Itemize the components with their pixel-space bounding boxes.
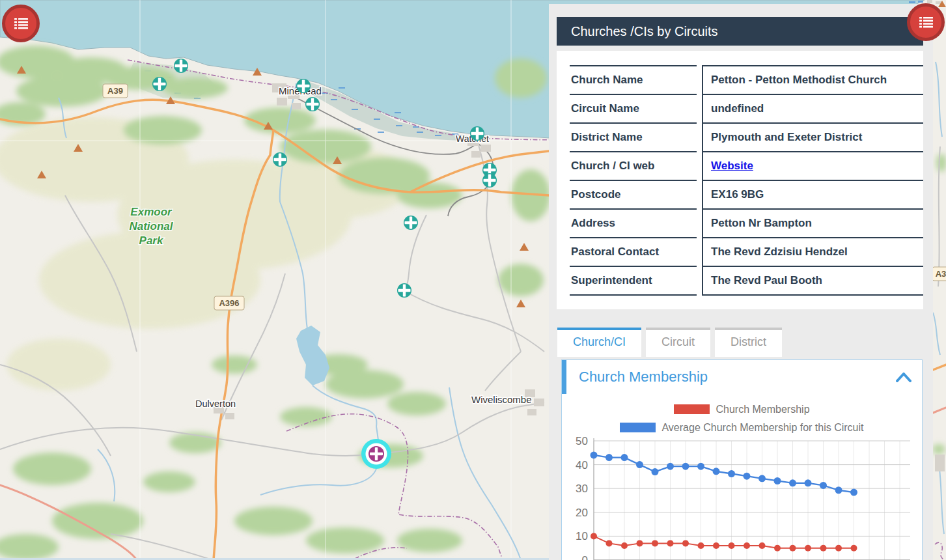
road-shield-a39: A39 [107,86,123,96]
church-marker[interactable] [470,126,484,141]
church-marker[interactable] [404,216,418,230]
legend-label: Church Membership [716,404,809,415]
svg-text:Park: Park [139,234,164,247]
legend-swatch-church-membership [674,404,710,414]
map-label-wiveliscombe: Wiveliscombe [471,394,532,405]
detail-value: Plymouth and Exeter District [702,124,923,152]
detail-label: Church / CI web [570,152,697,181]
church-marker[interactable] [174,59,188,73]
map-label-dulverton: Dulverton [195,399,236,409]
details-table: Church NamePetton - Petton Methodist Chu… [570,65,923,296]
detail-label: District Name [570,124,697,152]
svg-text:50: 50 [576,435,588,447]
detail-value: The Revd Paul Booth [702,267,923,296]
detail-value: undefined [702,95,923,124]
detail-label: Church Name [570,65,697,95]
panel-title: Churches /CIs by Circuits [557,17,923,46]
detail-value: Petton Nr Bampton [702,210,923,238]
detail-label: Pastoral Contact [570,238,697,267]
road-shield-a396: A396 [219,298,239,308]
detail-value[interactable]: Website [702,152,923,181]
svg-text:Exmoor: Exmoor [130,206,173,218]
legend-toggle-button-right[interactable] [907,3,945,41]
detail-label: Superintendent [570,267,697,296]
list-icon [14,17,28,30]
app-screen: A39 A396 A3 Minehead Watchet Dulverton W… [0,0,946,560]
legend-swatch-average-membership [620,423,656,432]
detail-value: The Revd Zdzisiu Hendzel [702,238,923,267]
church-marker[interactable] [482,173,497,188]
church-marker[interactable] [273,152,287,167]
panel-title-text: Churches /CIs by Circuits [571,24,718,39]
tab-district[interactable]: District [715,328,782,357]
svg-text:30: 30 [576,483,588,495]
svg-text:National: National [129,220,173,232]
tab-church-ci[interactable]: Church/CI [557,328,641,357]
membership-accordion: Church Membership Church Membership Aver… [561,359,923,560]
membership-line-chart: 01020304050 [562,435,918,560]
church-marker[interactable] [296,79,311,93]
accordion-title: Church Membership [579,369,896,385]
accordion-header[interactable]: Church Membership [562,360,922,394]
church-marker[interactable] [397,283,411,298]
chevron-up-icon [896,372,911,382]
church-marker[interactable] [305,97,320,111]
road-shield-a3: A3 [936,269,946,279]
list-icon [919,16,933,29]
church-marker[interactable] [152,77,167,91]
chart-legend-row-1: Church Membership [562,403,922,415]
detail-label: Address [570,210,697,238]
legend-toggle-button-left[interactable] [2,5,40,42]
chart-legend-row-2: Average Church Membership for this Circu… [562,421,922,434]
tab-circuit[interactable]: Circuit [646,328,710,357]
detail-label: Circuit Name [570,95,697,124]
svg-text:40: 40 [576,459,588,471]
svg-text:10: 10 [576,530,588,542]
svg-text:20: 20 [576,507,588,519]
selected-church-marker[interactable] [361,439,391,469]
detail-value: EX16 9BG [702,181,923,210]
detail-label: Postcode [570,181,697,210]
website-link[interactable]: Website [711,160,753,172]
svg-text:0: 0 [582,554,588,560]
detail-value: Petton - Petton Methodist Church [702,65,923,95]
details-panel: Churches /CIs by Circuits Church NamePet… [549,4,933,560]
details-card: Church NamePetton - Petton Methodist Chu… [557,51,923,309]
panel-tabs: Church/CICircuitDistrict [557,328,933,357]
legend-label: Average Church Membership for this Circu… [661,422,863,434]
